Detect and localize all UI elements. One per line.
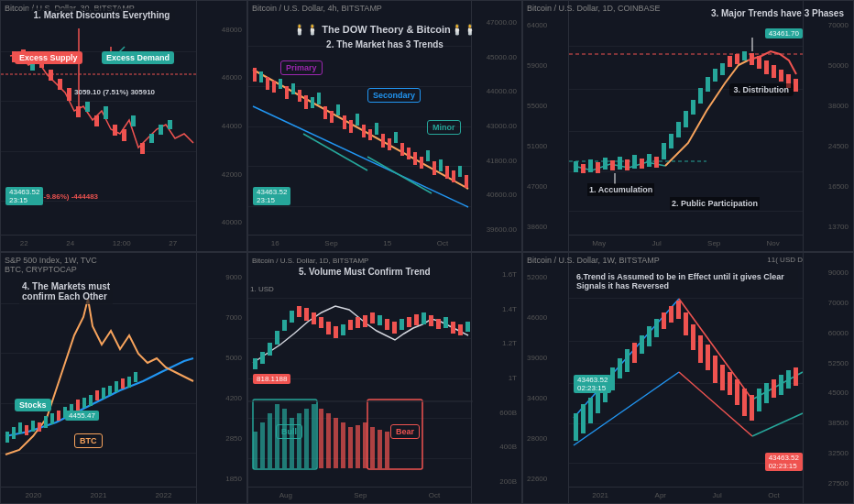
svg-rect-196 [735,379,739,405]
p5-label: Bitcoin / U.S. Dollar, 1D, BITSTAMP [252,256,368,265]
svg-rect-125 [319,317,323,328]
p3-phase3-label: 3. Distribution [729,83,794,96]
svg-rect-75 [669,134,673,148]
svg-rect-49 [400,143,404,156]
p5-title: 5. Volume Must Confirm Trend [299,267,431,277]
p2-primary-label: Primary [280,60,323,75]
p4-title: 4. The Markets must confirm Each Other [19,279,113,304]
svg-rect-101 [44,416,48,428]
svg-rect-126 [326,322,331,334]
p5-price-stat: 818.1188 [253,374,290,384]
svg-rect-115 [134,372,137,382]
svg-rect-175 [581,404,586,433]
p6-title: 6.Trend is Assumed to be in Effect until… [574,269,798,293]
excess-supply-badge: Excess Supply [15,51,82,64]
p2-subtitle: 2. The Market has 3 Trends [326,39,443,49]
panel-4: S&P 500 Index, 1W, TVC BTC, CRYPTOCAP 90… [0,252,247,504]
svg-rect-14 [140,143,145,154]
p5-chart [248,253,473,487]
svg-line-24 [303,134,367,170]
svg-rect-37 [323,106,327,119]
svg-rect-67 [610,160,615,170]
p6-price2: 43463.52 [769,454,799,462]
svg-rect-180 [618,358,622,378]
svg-rect-27 [259,71,263,82]
svg-rect-202 [779,375,783,395]
svg-rect-128 [341,324,345,335]
svg-rect-81 [713,69,717,82]
p6-price-box1: 43463.52 02:23:15 [574,375,611,393]
svg-rect-95 [5,432,9,443]
svg-rect-73 [654,157,659,168]
svg-rect-189 [684,312,688,335]
svg-rect-62 [574,161,578,172]
svg-rect-112 [115,381,118,392]
svg-rect-57 [452,170,455,182]
p6-price2-time: 02:23:15 [769,462,799,470]
svg-rect-119 [275,331,279,345]
svg-rect-87 [757,56,761,69]
svg-rect-186 [662,312,666,329]
p6-y-axis-right: 90000 70000 60000 52500 45000 38500 3250… [803,253,853,503]
p6-label: Bitcoin / U.S. Dollar, 1W, BITSTAMP [527,256,660,265]
svg-rect-103 [57,411,60,421]
p1-y-axis: 48000 46000 44000 42000 40000 [196,1,246,251]
svg-rect-116 [253,358,257,369]
p4-y-axis: 9000 7000 5000 4200 2850 1850 [196,253,246,503]
p1-price-stat: 3059.10 (7.51%) 305910 [74,88,155,96]
svg-rect-30 [279,79,282,89]
svg-rect-83 [728,56,732,67]
svg-rect-192 [706,345,710,370]
svg-rect-40 [343,115,346,129]
svg-rect-8 [85,102,90,112]
svg-rect-84 [735,54,739,64]
svg-rect-12 [122,129,126,141]
p5-x-axis: Aug Sep Oct [248,487,471,503]
svg-rect-15 [149,134,154,143]
p1-price-box: 43463.52 23:15 [5,187,43,205]
svg-rect-42 [356,114,359,126]
svg-rect-176 [588,398,593,423]
svg-rect-76 [676,122,681,137]
svg-rect-187 [669,306,673,323]
svg-rect-136 [400,319,404,330]
svg-rect-45 [375,123,378,135]
p3-y-axis-right: 70000 50000 38000 24500 16500 13700 [803,1,853,251]
svg-rect-194 [720,365,725,390]
svg-rect-159 [348,427,353,468]
svg-rect-121 [290,311,294,323]
svg-rect-35 [311,97,314,108]
p2-y-axis: 47000.00 45000.00 44000.00 43000.00 4180… [471,1,521,251]
svg-rect-86 [750,53,754,65]
svg-rect-51 [413,152,417,165]
svg-rect-174 [574,413,578,441]
svg-rect-11 [113,125,117,136]
svg-rect-52 [420,157,423,169]
svg-rect-137 [407,317,411,327]
svg-rect-48 [394,132,398,143]
svg-line-170 [679,299,752,400]
svg-rect-92 [794,79,798,92]
svg-rect-39 [336,104,340,115]
p3-label: Bitcoin / U.S. Dollar, 1D, COINBASE [527,4,661,13]
svg-rect-113 [121,378,125,389]
svg-rect-102 [50,413,54,424]
svg-rect-204 [794,367,798,386]
p4-btc-badge: BTC [74,433,103,448]
svg-rect-155 [319,409,323,468]
svg-rect-65 [596,162,600,173]
panel-3: Bitcoin / U.S. Dollar, 1D, COINBASE 3. M… [522,0,854,252]
svg-rect-142 [443,317,448,328]
svg-rect-111 [108,386,112,395]
svg-rect-114 [127,377,131,388]
svg-rect-203 [786,370,791,389]
svg-rect-46 [381,134,385,148]
svg-rect-63 [581,164,586,173]
p3-phase2-label: 2. Public Participation [670,197,760,210]
svg-rect-9 [94,115,99,126]
svg-rect-198 [750,395,754,421]
svg-rect-44 [368,129,372,140]
svg-rect-5 [58,79,62,90]
svg-rect-100 [38,422,41,432]
svg-rect-77 [684,111,688,127]
